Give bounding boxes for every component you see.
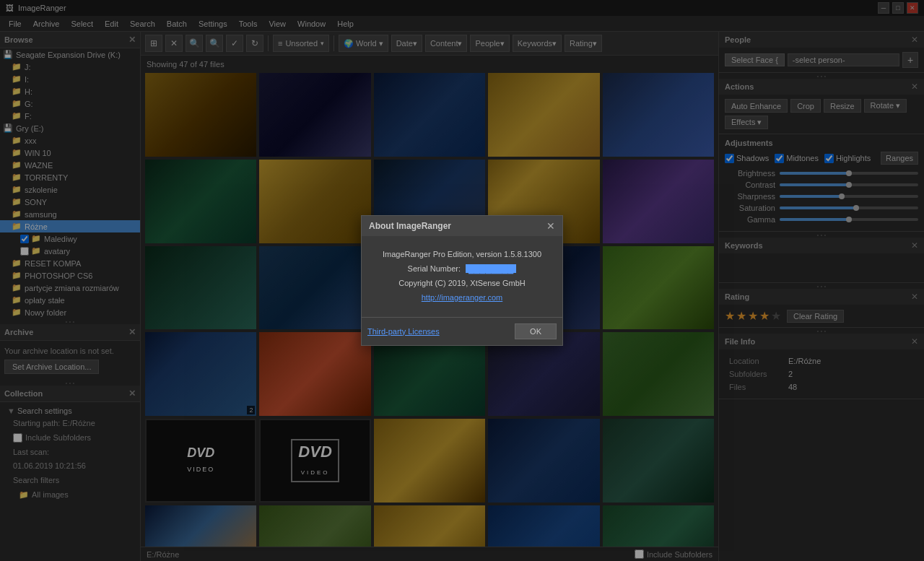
modal-serial-value: ████████ [466, 264, 516, 273]
modal-serial-row: Serial Number: ████████ [373, 262, 551, 277]
modal-title: About ImageRanger [369, 221, 451, 231]
modal-title-bar: About ImageRanger ✕ [362, 216, 562, 236]
about-modal: About ImageRanger ✕ ImageRanger Pro Edit… [361, 215, 563, 345]
modal-footer: Third-party Licenses OK [362, 317, 562, 345]
modal-close-button[interactable]: ✕ [546, 220, 555, 232]
third-party-link[interactable]: Third-party Licenses [367, 327, 440, 336]
modal-copyright: Copyright (C) 2019, XtSense GmbH [373, 277, 551, 291]
modal-link[interactable]: http://imageranger.com [422, 293, 503, 302]
modal-body: ImageRanger Pro Edition, version 1.5.8.1… [362, 236, 562, 316]
modal-overlay: About ImageRanger ✕ ImageRanger Pro Edit… [0, 0, 924, 561]
ok-button[interactable]: OK [515, 323, 557, 339]
modal-version: ImageRanger Pro Edition, version 1.5.8.1… [373, 248, 551, 262]
